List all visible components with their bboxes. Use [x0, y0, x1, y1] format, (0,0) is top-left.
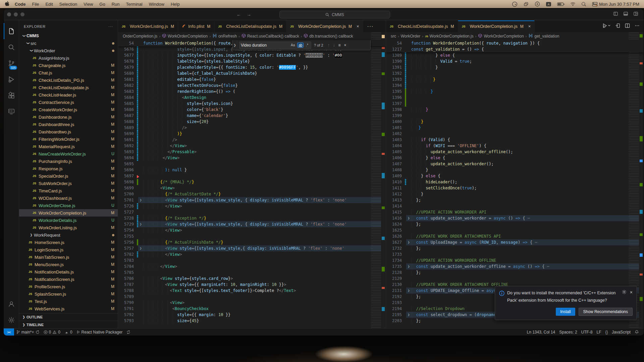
code-line[interactable]: 5728 {/* Exception */} — [118, 215, 386, 221]
toggle-panel-icon[interactable] — [623, 11, 628, 17]
navigate-back-icon[interactable]: ← — [236, 12, 241, 17]
code-line[interactable]: 5700 {/* ActualStartDate */} — [118, 191, 386, 197]
explorer-item-newcreateworkorder-js[interactable]: JSNewCreateWorkOrder.jsU — [19, 150, 118, 158]
code-line[interactable]: 1390 Valid = true; — [386, 58, 644, 64]
explorer-item-createworkorder-js[interactable]: JSCreateWorkOrder.jsM — [19, 106, 118, 113]
close-icon[interactable]: × — [528, 24, 531, 29]
more-actions-icon[interactable] — [635, 23, 640, 29]
explorer-item-materialrequest-js[interactable]: JSMaterialRequest.jsM — [19, 143, 118, 150]
code-line[interactable]: 5691 /> — [118, 137, 386, 143]
breadcrumb-item-workordercompletion[interactable]: WorkOrderCompletion — [478, 34, 524, 39]
code-line[interactable]: 1625 — [386, 227, 644, 233]
fold-chevron-icon[interactable]: ❯ — [406, 312, 411, 318]
activity-bar-settings[interactable] — [4, 312, 19, 328]
code-line[interactable]: 1397 — [386, 101, 644, 107]
code-line[interactable]: 5755 — [118, 233, 386, 239]
breadcrumb-item-workordercompletion-js[interactable]: JSWorkOrderCompletion.js — [425, 34, 474, 39]
navigate-forward-icon[interactable]: → — [247, 12, 251, 17]
code-line[interactable]: 1626 //UPDATE WORK ORDER ATTACHMENTS API — [386, 233, 644, 239]
explorer-item-splashscreen-js[interactable]: JSSplashScreen.jsM — [19, 290, 118, 298]
code-line[interactable]: 5726 </View> — [118, 203, 386, 209]
open-changes-icon[interactable] — [615, 23, 620, 29]
regex-icon[interactable]: .* — [305, 43, 310, 48]
indentation[interactable]: Spaces: 2 — [557, 330, 579, 335]
explorer-item-src[interactable]: ❮src — [19, 40, 118, 47]
code-line[interactable]: 5680 label={cf_label_ActualFinishDate} — [118, 70, 386, 76]
explorer-item-notificationdetails-js[interactable]: JSNotificationDetails.jsM — [19, 268, 118, 276]
menu-item-view[interactable]: View — [84, 2, 93, 7]
search-icon[interactable] — [581, 2, 586, 7]
code-line[interactable]: 1391 } — [386, 64, 644, 70]
code-line[interactable]: 1392 — [386, 70, 644, 76]
breadcrumb-item-onrefresh[interactable]: onRefresh — [212, 34, 237, 39]
code-line[interactable]: 1409 } else { — [386, 173, 644, 179]
code-line[interactable]: 1413 }; — [386, 197, 644, 203]
code-line[interactable]: 5697 — [118, 173, 386, 179]
code-line[interactable]: 5679 placeholderStyle={{ fontSize: 15, c… — [118, 64, 386, 70]
apple-icon[interactable] — [5, 1, 9, 7]
code-line[interactable]: 1404 if (WIFI === 'OFFLINE') { — [386, 143, 644, 149]
activity-bar-source-control[interactable]: 325 — [4, 55, 19, 71]
explorer-item-dashboardone-js[interactable]: JSDashboardone.jsM — [19, 113, 118, 121]
code-line[interactable]: 1414 — [386, 203, 644, 209]
activity-bar-remote-explorer[interactable] — [4, 104, 19, 120]
breadcrumb-item-db-transaction-callback[interactable]: db.transaction() callback — [304, 34, 353, 39]
ports-item[interactable]: 0 — [62, 328, 74, 336]
explorer-more-actions-icon[interactable]: ··· — [108, 24, 113, 28]
menu-item-window[interactable]: Window — [149, 2, 164, 7]
code-line[interactable]: 1406 } else { — [386, 155, 644, 161]
close-notification-icon[interactable]: × — [630, 290, 633, 304]
code-line[interactable]: 5756 {/* ActualFinishDate */} — [118, 239, 386, 245]
next-match-icon[interactable]: ↓ — [331, 43, 337, 48]
explorer-item-loginscreen-js[interactable]: JSLoginScreen.jsM — [19, 246, 118, 253]
window-stack-icon[interactable] — [523, 2, 529, 7]
code-line[interactable]: 5789 — [118, 294, 386, 300]
code-line[interactable]: 1401 } — [386, 125, 644, 131]
minimap-left[interactable] — [371, 32, 381, 328]
code-line[interactable]: 5729❯ <View style={[styles.view_style, {… — [118, 221, 386, 227]
menu-item-code[interactable]: Code — [15, 2, 26, 7]
code-line[interactable]: 1389 } else { — [386, 52, 644, 58]
fold-chevron-icon[interactable]: ❯ — [406, 215, 411, 221]
wifi-icon[interactable] — [570, 2, 576, 6]
explorer-item-workordercompletion-js[interactable]: JSWorkOrderCompletion.jsM — [19, 209, 118, 217]
code-line[interactable]: 1403 if (Valid) { — [386, 137, 644, 143]
battery-icon[interactable] — [557, 2, 565, 6]
code-line[interactable]: 5782 </View> — [118, 251, 386, 257]
code-line[interactable]: 5690 )} — [118, 131, 386, 137]
code-line[interactable]: 5699 <View> — [118, 185, 386, 191]
code-editor-right[interactable]: 1389 } else {1390 Valid = true;1391 }139… — [386, 52, 644, 324]
code-line[interactable]: 5727 — [118, 209, 386, 215]
find-input[interactable]: Video duration Aa ab .* — [239, 42, 311, 49]
explorer-item-subworkorder-js[interactable]: JSSubWorkOrder.jsM — [19, 180, 118, 187]
code-line[interactable]: 1627❯ const UploadImage = async (ROW_ID,… — [386, 239, 644, 245]
section-outline[interactable]: ❯OUTLINE — [19, 313, 118, 321]
close-window-button[interactable] — [7, 12, 11, 16]
problems-item[interactable]: 0 0 — [42, 328, 62, 336]
explorer-item-workorder[interactable]: ❮WorkOrder — [19, 47, 118, 54]
code-line[interactable]: 1735❯ const update_action_workorder_offl… — [386, 263, 644, 269]
code-line[interactable]: 5788 <Text style={[styles.text_footer]}>… — [118, 288, 386, 294]
explorer-item-response-js[interactable]: JSResponse.jsM — [19, 165, 118, 172]
explorer-item-specialorder-js[interactable]: JSSpecialOrder.jsM — [19, 172, 118, 180]
code-line[interactable]: 1405 update_action_workorder_offline(); — [386, 149, 644, 155]
explorer-item-cmms[interactable]: ❮CMMS — [19, 32, 118, 40]
code-line[interactable]: 1415 //UPDATE ACTION WORKORDER API — [386, 209, 644, 215]
explorer-item-dashboardthree-js[interactable]: JSDashboardthree.jsM — [19, 121, 118, 128]
explorer-item-workorderdetalis-js[interactable]: JSWorkorderDetalis.jsU — [19, 217, 118, 224]
minimize-window-button[interactable] — [14, 12, 18, 16]
tab-checklistdetalisupdate-js[interactable]: JSCheckListDetalisupdate.jsM — [214, 20, 286, 32]
code-line[interactable]: 1624 }; — [386, 221, 644, 227]
code-line[interactable]: 5685 style={styles.icon} — [118, 101, 386, 107]
code-line[interactable]: 5677 inputStyle={[styles.inputStyle, { c… — [118, 52, 386, 58]
explorer-item-webservices-js[interactable]: JSWebServices.jsM — [19, 305, 118, 312]
whole-word-icon[interactable]: ab — [297, 43, 304, 48]
activity-bar-extensions[interactable] — [4, 87, 19, 104]
code-line[interactable]: 5791 <BouncyCheckbox — [118, 306, 386, 312]
code-editor-left[interactable]: 5676 style={[styles.input, { height: Pla… — [118, 46, 386, 324]
code-line[interactable]: 2129 — [386, 276, 644, 282]
code-line[interactable]: 5682 selectTextOnFocus={false} — [118, 82, 386, 88]
code-line[interactable]: 5687 name={'calendar'} — [118, 113, 386, 119]
code-line[interactable]: 5698 {/* {MRAL} */} — [118, 179, 386, 185]
code-line[interactable]: 5790 <View> — [118, 300, 386, 306]
